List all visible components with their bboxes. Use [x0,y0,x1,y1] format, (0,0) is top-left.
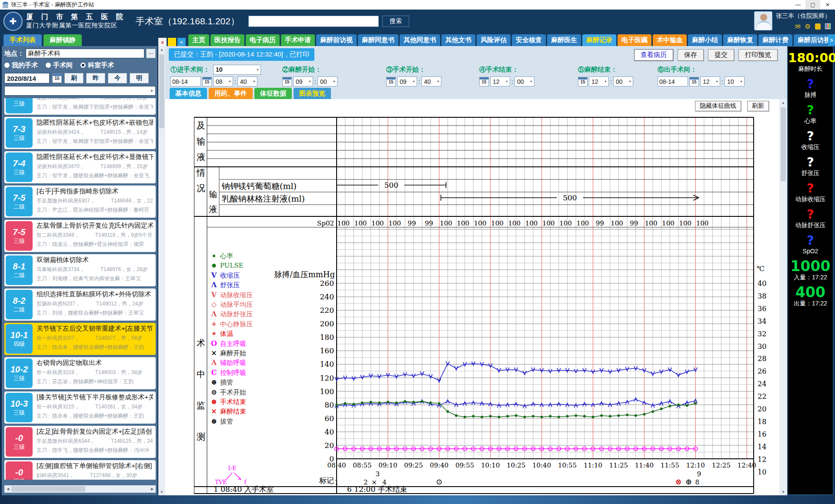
tab-麻醉医生[interactable]: 麻醉医生 [547,34,581,46]
maximize-button[interactable]: ▢ [805,0,820,10]
search-button[interactable]: 搜索 [382,16,409,27]
scroll-down-icon[interactable]: ▼ [782,488,785,495]
tab-主页[interactable]: 主页 [188,34,209,46]
hour-select[interactable]: 09▼ [293,76,313,86]
tab-麻醉记录[interactable]: 麻醉记录 [582,34,616,46]
location-input[interactable] [26,49,144,58]
patient-list-item[interactable]: 7-5三级左肱骨髁上骨折切开复位克氏针内固定术骨二科病房3349， T14911… [4,220,156,252]
sidebar-tab-手术列表[interactable]: 手术列表 [3,34,42,46]
tab-电子病历[interactable]: 电子病历 [246,34,280,46]
patient-filter-dropdown[interactable]: ▼ [4,86,156,96]
patient-list-item[interactable]: 7-2三级隐匿性阴茎延长术+包皮环切术泌尿外科病房3409， T149000，男… [4,98,156,115]
date-button-今[interactable]: 今 [108,73,127,83]
patient-list-item[interactable]: 7-3三级隐匿性阴茎延长术+包皮环切术+嵌顿包茎泌尿外科病房3424， T149… [4,117,156,149]
sidebar-vertical-scrollbar[interactable]: ▲ ▼ [157,46,165,495]
scrollbar-thumb[interactable] [159,54,164,128]
tab-风险评估[interactable]: 风险评估 [477,34,511,46]
hour-select[interactable]: 08▼ [213,76,233,86]
patient-list-item[interactable]: 10-2三级右锁骨内固定物取出术骨一科病房3219， T149003，男，38岁… [4,357,156,389]
patient-list-item[interactable]: -0三级[左足]趾骨骨折复位内固定术+[左足]清创手足显微外科病房6344， T… [4,426,156,458]
tab-其他文书[interactable]: 其他文书 [441,34,475,46]
action-button-打印预览[interactable]: 打印预览 [738,49,778,61]
date-button-昨[interactable]: 昨 [86,73,105,83]
calendar-icon[interactable]: 15 [689,77,699,86]
calendar-icon[interactable]: 15 [386,77,396,86]
chart-button-隐藏体征曲线[interactable]: 隐藏体征曲线 [695,101,741,111]
scroll-up-icon[interactable]: ▲ [782,99,785,106]
tab-安全核查[interactable]: 安全核查 [512,34,546,46]
tab-麻醉前访视[interactable]: 麻醉前访视 [316,34,357,46]
location-more-button[interactable]: ... [146,49,156,58]
hour-select[interactable]: 12▼ [490,76,510,86]
chart-icon[interactable] [825,23,831,29]
search-input[interactable] [248,16,379,27]
tab-医技报告[interactable]: 医技报告 [210,34,244,46]
scroll-left-icon[interactable]: ◀ [4,487,11,491]
action-button-查看病历[interactable]: 查看病历 [634,49,673,61]
tab-其他同意书[interactable]: 其他同意书 [400,34,440,46]
hour-select[interactable]: 09▼ [397,76,417,86]
room-select[interactable]: 10▼ [213,65,261,75]
tab-麻醉计费[interactable]: 麻醉计费 [758,34,792,46]
date-button-刷[interactable]: 刷 [64,73,84,83]
date-field[interactable]: 08-14 [658,76,688,86]
calendar-icon[interactable]: 15 [202,77,212,86]
subtab-体征数据[interactable]: 体征数据 [254,88,292,99]
tab-overflow-arrow[interactable]: > [828,34,835,46]
date-input[interactable]: 2020/8/14 [4,73,50,83]
patient-list-item[interactable]: 8-2二级组织选择性直肠粘膜环切术+外痔切除术肛肠科病房N237， T14901… [4,288,156,321]
patient-list-item[interactable]: 7-4三级隐匿性阴茎延长术+包皮环切术+显微镜下泌尿外科病房3470， T148… [4,151,156,183]
date-field[interactable]: 08-14 [170,76,201,86]
calendar-icon[interactable]: 15 [578,77,588,86]
radio-我的手术[interactable]: 我的手术 [4,61,38,70]
sidebar-tab-麻醉镇静[interactable]: 麻醉镇静 [43,34,82,46]
scroll-up-icon[interactable]: ▲ [160,46,164,53]
calendar-icon[interactable]: 15 [282,77,292,86]
calendar-icon[interactable]: 15 [479,77,489,86]
back-arrow-button[interactable]: < [177,38,186,46]
radio-科室手术[interactable]: 科室手术 [80,61,114,70]
tab-电子医嘱[interactable]: 电子医嘱 [618,34,651,46]
subtab-基本信息[interactable]: 基本信息 [170,88,207,99]
scroll-down-icon[interactable]: ▼ [160,488,164,495]
tab-麻醉小结[interactable]: 麻醉小结 [688,34,722,46]
date-button-明[interactable]: 明 [130,73,149,83]
patient-list-item[interactable]: 8-1二级双侧扁桃体切除术耳鼻喉科病房3734， T148976，女，26岁主刀… [4,254,156,286]
radio-手术间[interactable]: 手术间 [46,61,73,70]
patient-list-item[interactable]: 7-5二级[右手]手拇指多指畸形切除术手足显微外科病房6307， T149046… [4,186,156,218]
minute-select[interactable]: 10▼ [725,76,745,86]
scroll-right-icon[interactable]: ▶ [149,487,156,491]
subtab-用药、事件[interactable]: 用药、事件 [209,88,253,99]
minute-select[interactable]: 00▼ [317,76,337,86]
patient-list-item[interactable]: -0三级[左侧]腹腔镜下单侧输卵管切除术+[右侧]妇科病房3541， T1274… [4,460,156,480]
svg-text:100: 100 [559,219,572,227]
gear-icon[interactable]: ⚙ [805,23,811,30]
patient-list-item[interactable]: 10-3三级[膝关节镜]关节镜下半月板修整成形术+关骨一科病房3215， T14… [4,391,156,424]
mail-icon[interactable]: ✉ [795,23,801,30]
tab-术中输血[interactable]: 术中输血 [653,34,687,46]
hour-select[interactable]: 12▼ [700,76,720,86]
chart-vertical-scrollbar[interactable]: ▲ ▼ [779,99,787,495]
sidebar-horizontal-scrollbar[interactable]: ◀ ▶ [4,485,156,493]
minimize-button[interactable]: — [791,0,805,10]
scrollbar-thumb[interactable] [11,486,85,492]
scrollbar-thumb[interactable] [781,107,786,181]
hour-select[interactable]: 12▼ [589,76,609,86]
chart-button-刷新[interactable]: 刷新 [747,101,769,111]
tab-麻醉同意书[interactable]: 麻醉同意书 [358,34,398,46]
action-button-保存[interactable]: 保存 [678,49,704,61]
yellow-box-button[interactable] [168,38,176,46]
close-button[interactable]: ✕ [820,0,835,10]
minute-select[interactable]: 40▼ [421,76,441,86]
minute-select[interactable]: 40▼ [237,76,257,86]
tab-麻醉恢复[interactable]: 麻醉恢复 [723,34,757,46]
subtab-图表预览[interactable]: 图表预览 [294,88,331,99]
tab-手术申请[interactable]: 手术申请 [281,34,315,46]
minute-select[interactable]: 00▼ [514,76,534,86]
coins-icon[interactable] [815,23,821,30]
calendar-icon[interactable]: 15 [52,73,62,83]
close-x-button[interactable]: x [158,38,167,46]
action-button-提交[interactable]: 提交 [708,49,734,61]
patient-list-item[interactable]: 10-1四级关节镜下左后交叉韧带重建术+[左膝关节骨一科病房3207， T145… [4,323,156,355]
minute-select[interactable]: 00▼ [613,76,633,86]
